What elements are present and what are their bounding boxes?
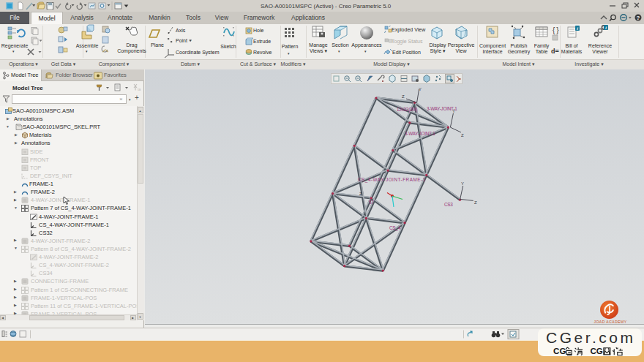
svg-text:CS_4-WAY-JOINT-FRAME-1: CS_4-WAY-JOINT-FRAME-1: [358, 177, 426, 183]
svg-text:Z: Z: [461, 133, 464, 137]
svg-text:CG: CG: [553, 347, 566, 355]
svg-text:3-WAY-JOINT-1: 3-WAY-JOINT-1: [405, 131, 435, 136]
svg-text:3-WAY-JOINT-1: 3-WAY-JOINT-1: [427, 106, 457, 111]
svg-text:57: 57: [369, 200, 374, 205]
svg-text:Z: Z: [359, 192, 362, 196]
svg-text:Z: Z: [474, 200, 477, 205]
svg-text:CS_4: CS_4: [389, 225, 401, 231]
svg-text:12x32(2M): 12x32(2M): [397, 107, 417, 113]
svg-text:Y: Y: [419, 87, 422, 91]
svg-text:Z: Z: [402, 94, 405, 99]
svg-text:ta: ta: [138, 87, 141, 91]
svg-text:Y: Y: [461, 181, 464, 186]
svg-text:?: ?: [637, 15, 640, 21]
svg-text:CS3: CS3: [444, 202, 453, 207]
svg-text:CG: CG: [590, 347, 603, 355]
svg-text:{ }: { }: [553, 26, 559, 34]
